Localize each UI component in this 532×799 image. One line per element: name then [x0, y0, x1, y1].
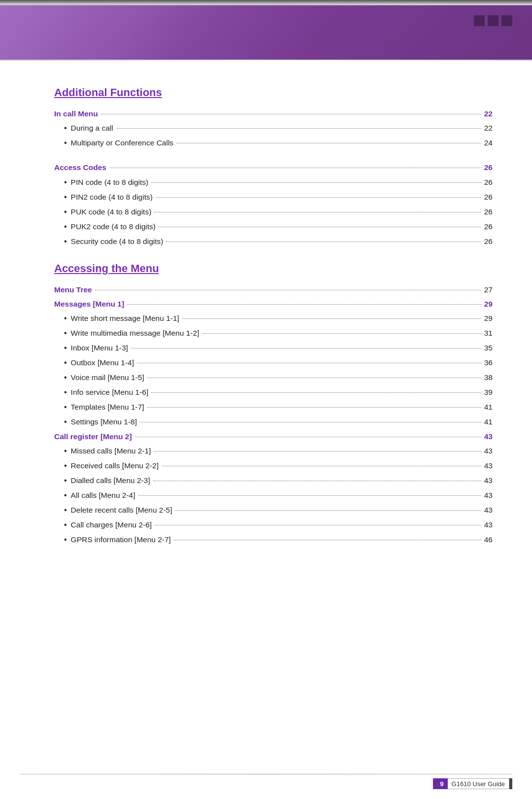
toc-page-missed-calls: 43	[484, 445, 493, 456]
footer-page-number: 9	[436, 778, 447, 789]
toc-page-write-multimedia: 31	[484, 327, 493, 339]
toc-row-delete-recent: • Delete recent calls [Menu 2-5] 43	[54, 504, 493, 516]
toc-label-pin-code: PIN code (4 to 8 digits)	[71, 176, 149, 188]
toc-page-call-register: 43	[484, 431, 493, 442]
toc-page-received-calls: 43	[484, 460, 493, 471]
toc-row-multiparty: • Multiparty or Conference Calls 24	[54, 137, 493, 149]
toc-page-info-service: 39	[484, 386, 493, 398]
toc-page-security-code: 26	[484, 236, 493, 247]
toc-label-delete-recent: Delete recent calls [Menu 2-5]	[71, 504, 172, 516]
header-square-1	[474, 15, 485, 26]
toc-label-outbox: Outbox [Menu 1-4]	[71, 357, 134, 368]
toc-row-messages-menu1: Messages [Menu 1] 29	[54, 298, 493, 310]
footer-guide-text: G1610 User Guide	[448, 778, 509, 789]
toc-page-puk-code: 26	[484, 206, 493, 217]
toc-row-call-charges: • Call charges [Menu 2-6] 43	[54, 519, 493, 531]
section-accessing-the-menu: Accessing the Menu Menu Tree 27 Messages…	[54, 262, 493, 546]
toc-label-call-register: Call register [Menu 2]	[54, 431, 132, 442]
toc-page-during-a-call: 22	[484, 122, 493, 134]
toc-row-security-code: • Security code (4 to 8 digits) 26	[54, 236, 493, 247]
toc-label-in-call-menu: In call Menu	[54, 108, 98, 119]
toc-row-missed-calls: • Missed calls [Menu 2-1] 43	[54, 445, 493, 457]
toc-group-menu-tree: Menu Tree 27	[54, 284, 493, 295]
toc-row-during-a-call: • During a call 22	[54, 122, 493, 134]
toc-page-puk2-code: 26	[484, 221, 493, 232]
footer-bar-right	[509, 778, 512, 789]
toc-page-messages-menu1: 29	[484, 298, 493, 310]
toc-page-menu-tree: 27	[484, 284, 493, 295]
toc-label-puk2-code: PUK2 code (4 to 8 digits)	[71, 221, 156, 232]
toc-dots-during-a-call	[116, 128, 481, 129]
toc-dots-in-call-menu	[101, 114, 481, 114]
toc-row-templates: • Templates [Menu 1-7] 41	[54, 401, 493, 413]
toc-page-voicemail: 38	[484, 372, 493, 383]
toc-label-menu-tree: Menu Tree	[54, 284, 92, 295]
toc-group-call-register-menu2: Call register [Menu 2] 43 • Missed calls…	[54, 431, 493, 546]
toc-label-multiparty: Multiparty or Conference Calls	[71, 137, 173, 148]
toc-row-voicemail: • Voice mail [Menu 1-5] 38	[54, 372, 493, 383]
toc-row-settings-menu18: • Settings [Menu 1-8] 41	[54, 416, 493, 428]
toc-row-dialled-calls: • Dialled calls [Menu 2-3] 43	[54, 475, 493, 486]
toc-indent-during-a-call: • During a call 22	[54, 122, 493, 134]
toc-label-inbox: Inbox [Menu 1-3]	[71, 342, 128, 353]
toc-row-puk2-code: • PUK2 code (4 to 8 digits) 26	[54, 221, 493, 233]
toc-row-inbox: • Inbox [Menu 1-3] 35	[54, 342, 493, 354]
toc-page-pin-code: 26	[484, 176, 493, 188]
toc-label-info-service: Info service [Menu 1-6]	[71, 386, 149, 398]
toc-row-puk-code: • PUK code (4 to 8 digits) 26	[54, 206, 493, 218]
toc-row-in-call-menu: In call Menu 22	[54, 108, 493, 119]
header-area	[0, 5, 532, 60]
toc-page-multiparty: 24	[484, 137, 493, 148]
main-content: Additional Functions In call Menu 22 • D…	[0, 62, 532, 590]
toc-label-during-a-call: During a call	[71, 122, 113, 134]
section-additional-functions: Additional Functions In call Menu 22 • D…	[54, 86, 493, 247]
toc-label-write-multimedia: Write multimedia message [Menu 1-2]	[71, 327, 200, 339]
toc-group-messages-menu1: Messages [Menu 1] 29 • Write short messa…	[54, 298, 493, 428]
toc-label-access-codes: Access Codes	[54, 162, 106, 173]
toc-page-access-codes: 26	[484, 162, 493, 173]
toc-page-inbox: 35	[484, 342, 493, 353]
toc-label-received-calls: Received calls [Menu 2-2]	[71, 460, 159, 471]
toc-page-write-short: 29	[484, 313, 493, 324]
toc-group-in-call-menu: In call Menu 22 • During a call 22 • Mul…	[54, 108, 493, 149]
header-square-2	[488, 15, 499, 26]
footer: 9 G1610 User Guide	[433, 778, 512, 789]
header-square-3	[501, 15, 512, 26]
toc-indent-multiparty: • Multiparty or Conference Calls 24	[54, 137, 493, 149]
toc-label-settings-menu18: Settings [Menu 1-8]	[71, 416, 137, 427]
toc-label-write-short: Write short message [Menu 1-1]	[71, 313, 179, 324]
toc-row-write-multimedia: • Write multimedia message [Menu 1-2] 31	[54, 327, 493, 339]
toc-label-voicemail: Voice mail [Menu 1-5]	[71, 372, 144, 383]
footer-bottom-rule	[20, 774, 512, 774]
toc-row-info-service: • Info service [Menu 1-6] 39	[54, 386, 493, 398]
toc-row-gprs-info: • GPRS information [Menu 2-7] 46	[54, 534, 493, 546]
toc-row-all-calls: • All calls [Menu 2-4] 43	[54, 489, 493, 501]
toc-row-pin-code: • PIN code (4 to 8 digits) 26	[54, 176, 493, 188]
header-squares	[474, 15, 512, 26]
toc-label-templates: Templates [Menu 1-7]	[71, 401, 144, 413]
toc-page-delete-recent: 43	[484, 504, 493, 516]
toc-label-all-calls: All calls [Menu 2-4]	[71, 489, 135, 501]
toc-page-dialled-calls: 43	[484, 475, 493, 486]
header-rule	[0, 60, 532, 61]
toc-dots-menu-tree	[95, 290, 481, 290]
toc-page-pin2-code: 26	[484, 191, 493, 203]
toc-label-call-charges: Call charges [Menu 2-6]	[71, 519, 152, 530]
toc-dots-access-codes	[109, 168, 481, 168]
toc-row-received-calls: • Received calls [Menu 2-2] 43	[54, 460, 493, 472]
toc-group-access-codes: Access Codes 26 • PIN code (4 to 8 digit…	[54, 162, 493, 247]
toc-page-all-calls: 43	[484, 489, 493, 501]
toc-page-settings-menu18: 41	[484, 416, 493, 427]
toc-page-templates: 41	[484, 401, 493, 413]
toc-page-in-call-menu: 22	[484, 108, 493, 119]
toc-label-security-code: Security code (4 to 8 digits)	[71, 236, 164, 247]
toc-row-outbox: • Outbox [Menu 1-4] 36	[54, 357, 493, 369]
toc-label-gprs-info: GPRS information [Menu 2-7]	[71, 534, 171, 545]
toc-label-missed-calls: Missed calls [Menu 2-1]	[71, 445, 151, 456]
toc-page-outbox: 36	[484, 357, 493, 368]
bullet-multiparty: •	[64, 137, 67, 149]
toc-page-call-charges: 43	[484, 519, 493, 530]
toc-dots-multiparty	[176, 143, 481, 143]
toc-page-gprs-info: 46	[484, 534, 493, 545]
toc-row-call-register: Call register [Menu 2] 43	[54, 431, 493, 442]
